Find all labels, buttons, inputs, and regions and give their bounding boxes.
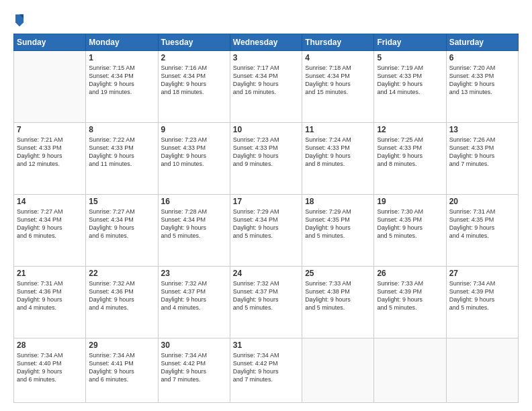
- day-number: 19: [377, 197, 443, 206]
- cell-info: Sunrise: 7:23 AM Sunset: 4:33 PM Dayligh…: [233, 136, 299, 169]
- calendar-cell: [374, 338, 446, 403]
- calendar-cell: 14Sunrise: 7:27 AM Sunset: 4:34 PM Dayli…: [14, 194, 86, 266]
- calendar-cell: 2Sunrise: 7:16 AM Sunset: 4:34 PM Daylig…: [158, 51, 230, 123]
- calendar-cell: 31Sunrise: 7:34 AM Sunset: 4:42 PM Dayli…: [230, 338, 302, 403]
- weekday-sunday: Sunday: [14, 34, 86, 51]
- cell-info: Sunrise: 7:21 AM Sunset: 4:33 PM Dayligh…: [17, 136, 83, 169]
- day-number: 29: [89, 340, 154, 350]
- day-number: 11: [305, 125, 371, 134]
- day-number: 21: [17, 269, 83, 278]
- calendar-cell: 17Sunrise: 7:29 AM Sunset: 4:34 PM Dayli…: [230, 194, 302, 266]
- calendar-cell: 24Sunrise: 7:32 AM Sunset: 4:37 PM Dayli…: [230, 266, 302, 338]
- cell-info: Sunrise: 7:33 AM Sunset: 4:39 PM Dayligh…: [377, 279, 443, 312]
- cell-info: Sunrise: 7:24 AM Sunset: 4:33 PM Dayligh…: [305, 136, 371, 169]
- day-number: 8: [89, 125, 154, 134]
- day-number: 4: [305, 53, 371, 62]
- logo: [13, 12, 28, 27]
- week-row-4: 21Sunrise: 7:31 AM Sunset: 4:36 PM Dayli…: [14, 266, 519, 338]
- cell-info: Sunrise: 7:34 AM Sunset: 4:40 PM Dayligh…: [17, 351, 83, 384]
- cell-info: Sunrise: 7:34 AM Sunset: 4:39 PM Dayligh…: [449, 279, 515, 312]
- cell-info: Sunrise: 7:32 AM Sunset: 4:37 PM Dayligh…: [161, 279, 227, 312]
- week-row-5: 28Sunrise: 7:34 AM Sunset: 4:40 PM Dayli…: [14, 338, 519, 403]
- day-number: 6: [449, 53, 515, 62]
- calendar-cell: 28Sunrise: 7:34 AM Sunset: 4:40 PM Dayli…: [14, 338, 86, 403]
- calendar-table: SundayMondayTuesdayWednesdayThursdayFrid…: [13, 34, 519, 403]
- header: [13, 12, 519, 27]
- day-number: 17: [233, 197, 299, 206]
- day-number: 20: [449, 197, 515, 206]
- calendar-cell: 22Sunrise: 7:32 AM Sunset: 4:36 PM Dayli…: [86, 266, 158, 338]
- cell-info: Sunrise: 7:15 AM Sunset: 4:34 PM Dayligh…: [89, 64, 154, 97]
- weekday-header-row: SundayMondayTuesdayWednesdayThursdayFrid…: [14, 34, 519, 51]
- calendar-cell: 5Sunrise: 7:19 AM Sunset: 4:33 PM Daylig…: [374, 51, 446, 123]
- calendar-cell: 6Sunrise: 7:20 AM Sunset: 4:33 PM Daylig…: [446, 51, 518, 123]
- weekday-friday: Friday: [374, 34, 446, 51]
- cell-info: Sunrise: 7:26 AM Sunset: 4:33 PM Dayligh…: [449, 136, 515, 169]
- cell-info: Sunrise: 7:27 AM Sunset: 4:34 PM Dayligh…: [89, 208, 154, 240]
- calendar-cell: [302, 338, 374, 403]
- day-number: 23: [161, 269, 227, 278]
- day-number: 3: [233, 53, 299, 62]
- calendar-cell: 18Sunrise: 7:29 AM Sunset: 4:35 PM Dayli…: [302, 194, 374, 266]
- calendar-cell: 3Sunrise: 7:17 AM Sunset: 4:34 PM Daylig…: [230, 51, 302, 123]
- calendar-cell: 30Sunrise: 7:34 AM Sunset: 4:42 PM Dayli…: [158, 338, 230, 403]
- day-number: 16: [161, 197, 227, 206]
- calendar-cell: 15Sunrise: 7:27 AM Sunset: 4:34 PM Dayli…: [86, 194, 158, 266]
- day-number: 31: [233, 340, 299, 350]
- cell-info: Sunrise: 7:22 AM Sunset: 4:33 PM Dayligh…: [89, 136, 154, 169]
- calendar-cell: 29Sunrise: 7:34 AM Sunset: 4:41 PM Dayli…: [86, 338, 158, 403]
- day-number: 26: [377, 269, 443, 278]
- cell-info: Sunrise: 7:31 AM Sunset: 4:36 PM Dayligh…: [17, 279, 83, 312]
- calendar-cell: 16Sunrise: 7:28 AM Sunset: 4:34 PM Dayli…: [158, 194, 230, 266]
- calendar-cell: 23Sunrise: 7:32 AM Sunset: 4:37 PM Dayli…: [158, 266, 230, 338]
- day-number: 9: [161, 125, 227, 134]
- cell-info: Sunrise: 7:23 AM Sunset: 4:33 PM Dayligh…: [161, 136, 227, 169]
- day-number: 22: [89, 269, 154, 278]
- cell-info: Sunrise: 7:34 AM Sunset: 4:41 PM Dayligh…: [89, 351, 154, 384]
- calendar-cell: 8Sunrise: 7:22 AM Sunset: 4:33 PM Daylig…: [86, 122, 158, 194]
- cell-info: Sunrise: 7:34 AM Sunset: 4:42 PM Dayligh…: [161, 351, 227, 384]
- page: SundayMondayTuesdayWednesdayThursdayFrid…: [0, 0, 532, 411]
- calendar-cell: 10Sunrise: 7:23 AM Sunset: 4:33 PM Dayli…: [230, 122, 302, 194]
- day-number: 1: [89, 53, 154, 62]
- calendar-cell: 4Sunrise: 7:18 AM Sunset: 4:34 PM Daylig…: [302, 51, 374, 123]
- calendar-cell: 20Sunrise: 7:31 AM Sunset: 4:35 PM Dayli…: [446, 194, 518, 266]
- weekday-thursday: Thursday: [302, 34, 374, 51]
- cell-info: Sunrise: 7:32 AM Sunset: 4:36 PM Dayligh…: [89, 279, 154, 312]
- cell-info: Sunrise: 7:31 AM Sunset: 4:35 PM Dayligh…: [449, 208, 515, 240]
- weekday-wednesday: Wednesday: [230, 34, 302, 51]
- cell-info: Sunrise: 7:25 AM Sunset: 4:33 PM Dayligh…: [377, 136, 443, 169]
- day-number: 12: [377, 125, 443, 134]
- cell-info: Sunrise: 7:34 AM Sunset: 4:42 PM Dayligh…: [233, 351, 299, 384]
- logo-icon: [13, 12, 26, 27]
- calendar-cell: 13Sunrise: 7:26 AM Sunset: 4:33 PM Dayli…: [446, 122, 518, 194]
- cell-info: Sunrise: 7:18 AM Sunset: 4:34 PM Dayligh…: [305, 64, 371, 97]
- calendar-cell: 26Sunrise: 7:33 AM Sunset: 4:39 PM Dayli…: [374, 266, 446, 338]
- calendar-cell: 7Sunrise: 7:21 AM Sunset: 4:33 PM Daylig…: [14, 122, 86, 194]
- cell-info: Sunrise: 7:16 AM Sunset: 4:34 PM Dayligh…: [161, 64, 227, 97]
- day-number: 2: [161, 53, 227, 62]
- day-number: 14: [17, 197, 83, 206]
- calendar-cell: 11Sunrise: 7:24 AM Sunset: 4:33 PM Dayli…: [302, 122, 374, 194]
- weekday-saturday: Saturday: [446, 34, 518, 51]
- calendar-cell: 1Sunrise: 7:15 AM Sunset: 4:34 PM Daylig…: [86, 51, 158, 123]
- day-number: 30: [161, 340, 227, 350]
- weekday-monday: Monday: [86, 34, 158, 51]
- day-number: 27: [449, 269, 515, 278]
- weekday-tuesday: Tuesday: [158, 34, 230, 51]
- calendar-cell: 27Sunrise: 7:34 AM Sunset: 4:39 PM Dayli…: [446, 266, 518, 338]
- week-row-2: 7Sunrise: 7:21 AM Sunset: 4:33 PM Daylig…: [14, 122, 519, 194]
- cell-info: Sunrise: 7:28 AM Sunset: 4:34 PM Dayligh…: [161, 208, 227, 240]
- week-row-3: 14Sunrise: 7:27 AM Sunset: 4:34 PM Dayli…: [14, 194, 519, 266]
- day-number: 10: [233, 125, 299, 134]
- calendar-cell: [446, 338, 518, 403]
- week-row-1: 1Sunrise: 7:15 AM Sunset: 4:34 PM Daylig…: [14, 51, 519, 123]
- cell-info: Sunrise: 7:29 AM Sunset: 4:34 PM Dayligh…: [233, 208, 299, 240]
- calendar-cell: 19Sunrise: 7:30 AM Sunset: 4:35 PM Dayli…: [374, 194, 446, 266]
- day-number: 5: [377, 53, 443, 62]
- day-number: 7: [17, 125, 83, 134]
- day-number: 24: [233, 269, 299, 278]
- day-number: 15: [89, 197, 154, 206]
- cell-info: Sunrise: 7:29 AM Sunset: 4:35 PM Dayligh…: [305, 208, 371, 240]
- cell-info: Sunrise: 7:19 AM Sunset: 4:33 PM Dayligh…: [377, 64, 443, 97]
